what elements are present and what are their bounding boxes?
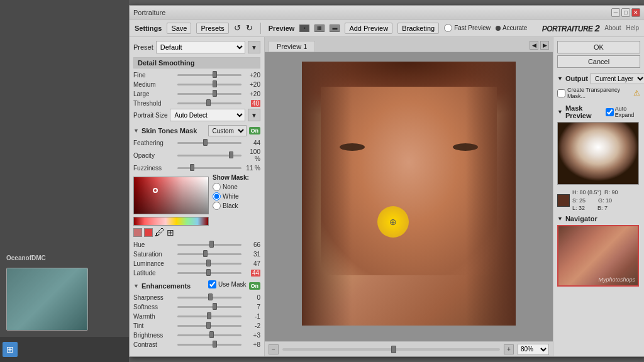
preset-select[interactable]: Default [156,41,245,53]
sharpness-slider[interactable] [177,293,242,301]
fine-slider[interactable] [177,71,242,79]
color-picker-gradient[interactable] [133,177,209,214]
prev-button[interactable]: ◀ [530,41,538,50]
contrast-slider[interactable] [177,341,242,348]
threshold-slider[interactable] [177,99,242,107]
show-mask-panel: Show Mask: None White Black [213,174,249,238]
presets-button[interactable]: Presets [196,23,228,34]
about-link[interactable]: About [604,25,621,31]
zoom-in-button[interactable]: + [504,344,514,354]
hair-right [465,62,516,326]
large-slider[interactable] [177,90,242,97]
latitude-slider[interactable] [177,269,242,277]
add-preview-button[interactable]: Add Preview [345,23,392,34]
desktop-left: ⊞ OceanofDMC [0,0,129,362]
hair-left [302,62,352,326]
warmth-slider[interactable] [177,312,242,320]
minimize-button[interactable]: ─ [611,8,620,17]
luminance-slider[interactable] [177,260,242,267]
close-button[interactable]: ✕ [631,8,640,17]
preview-image: ⊕ [302,62,516,326]
hue-slider[interactable] [133,217,209,226]
auto-expand-checkbox[interactable] [606,108,614,116]
portrait-size-row: Portrait Size Auto Detect ▼ [133,109,260,121]
fast-preview-radio[interactable] [444,24,452,32]
medium-slider[interactable] [177,80,242,88]
bracketing-button[interactable]: Bracketing [397,23,439,34]
feathering-slider[interactable] [177,139,242,146]
next-button[interactable]: ▶ [540,41,549,50]
main-content: Preset Default ▼ Detail Smoothing Fine +… [130,37,644,356]
color-picker-area: 🖊 ⊞ Show Mask: None White Black [133,174,260,238]
eyedropper-icon[interactable]: 🖊 [155,227,165,238]
output-title: Output [565,75,588,82]
cancel-button[interactable]: Cancel [557,55,640,68]
create-transparency-checkbox[interactable] [557,89,565,97]
redo-icon[interactable]: ↻ [246,23,253,33]
split-preview-icon[interactable]: ▦ [314,25,325,32]
accurate-label: Accurate [502,25,527,31]
black-radio-row: Black [213,202,249,210]
hue-slider-ctrl[interactable] [177,241,242,248]
settings-label: Settings [135,25,162,32]
saturation-slider[interactable] [177,250,242,258]
color-info-row: H: 80 (8.5°) R: 90 S: 25 G: 10 L: 32 B: … [557,189,640,212]
desktop-thumbnail [6,268,88,331]
warning-icon: ⚠ [633,89,640,97]
preview-bottom-bar: − + 80% [265,341,553,356]
compare-preview-icon[interactable]: ▬ [330,25,340,32]
zoom-thumb [391,346,396,353]
history-icon[interactable]: ⊞ [167,228,174,238]
single-preview-icon[interactable]: ▪ [299,25,309,32]
use-mask-row: Use Mask [208,280,246,288]
start-button[interactable]: ⊞ [3,342,18,357]
mask-preview-box [557,122,639,185]
softness-slider[interactable] [177,303,242,310]
main-window: Portraiture ─ □ ✕ Settings Save Presets … [129,5,644,357]
use-mask-checkbox[interactable] [208,280,216,288]
skin-tones-dropdown[interactable]: Custom [208,125,247,136]
show-mask-label: Show Mask: [213,174,249,181]
preview-tab-1[interactable]: Preview 1 [269,41,315,52]
yellow-circle-tool[interactable]: ⊕ [377,206,409,238]
auto-expand-row: Auto Expand [606,106,640,118]
output-dropdown[interactable]: Current Layer [591,73,644,84]
navigator-header: ▼ Navigator [557,215,640,222]
save-button[interactable]: Save [167,23,191,34]
softness-row: Softness 7 [133,303,260,310]
zoom-out-button[interactable]: − [269,344,279,354]
maximize-button[interactable]: □ [621,8,630,17]
ok-button[interactable]: OK [557,41,640,53]
tint-slider[interactable] [177,322,242,329]
fuzziness-slider[interactable] [177,164,242,172]
fine-row: Fine +20 [133,71,260,79]
enhancements-triangle: ▼ [133,283,139,289]
none-radio[interactable] [213,183,221,191]
preview-label: Preview [269,25,295,32]
swatch-row: 🖊 ⊞ [133,227,209,238]
separator [260,23,261,34]
help-link[interactable]: Help [626,25,639,31]
skin-tones-header-row: ▼ Skin Tones Mask Custom On [133,125,260,136]
color-swatch-2[interactable] [144,228,153,237]
skin-tones-on-badge: On [249,127,261,134]
color-info-text: H: 80 (8.5°) R: 90 S: 25 G: 10 L: 32 B: … [572,189,618,212]
portrait-size-arrow[interactable]: ▼ [248,109,260,121]
opacity-slider[interactable] [177,151,242,159]
color-swatch-1[interactable] [133,228,142,237]
navigator-box: Myphotoshops [557,225,639,287]
portrait-size-select[interactable]: Auto Detect [170,109,245,121]
brightness-slider[interactable] [177,331,242,339]
zoom-slider[interactable] [282,348,500,351]
zoom-select[interactable]: 80% [518,344,549,355]
window-title: Portraiture [133,9,610,16]
undo-icon[interactable]: ↺ [234,23,241,33]
mask-preview-header: ▼ Mask Preview Auto Expand [557,104,640,119]
preset-arrow[interactable]: ▼ [248,41,260,53]
black-radio[interactable] [213,202,221,210]
brightness-row: Brightness +3 [133,331,260,339]
none-radio-row: None [213,183,249,191]
white-radio[interactable] [213,192,221,200]
mask-preview-image [558,123,638,184]
medium-row: Medium +20 [133,80,260,88]
